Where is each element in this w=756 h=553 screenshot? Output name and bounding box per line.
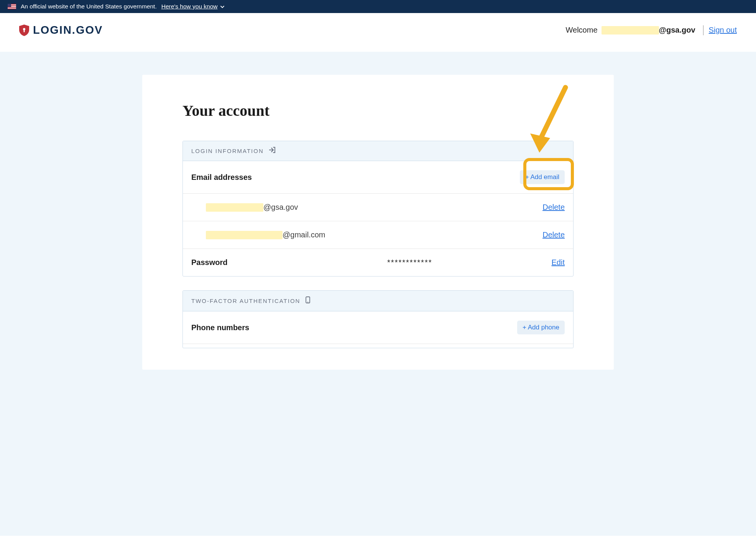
welcome-block: Welcome @gsa.gov Sign out (566, 25, 737, 35)
add-email-button[interactable]: + Add email (520, 170, 565, 184)
welcome-email-domain: @gsa.gov (659, 26, 695, 35)
redacted-username (602, 26, 659, 35)
login-info-header: LOGIN INFORMATION (183, 141, 573, 161)
site-header: LOGIN.GOV Welcome @gsa.gov Sign out (0, 13, 756, 52)
account-card: Your account LOGIN INFORMATION (142, 75, 614, 370)
phone-numbers-label: Phone numbers (191, 323, 249, 332)
email-addresses-label: Email addresses (191, 173, 252, 182)
svg-point-5 (307, 302, 308, 303)
twofa-header: TWO-FACTOR AUTHENTICATION (183, 291, 573, 311)
gov-banner-text: An official website of the United States… (21, 3, 157, 10)
email-domain-1: @gmail.com (283, 230, 325, 239)
twofa-panel: TWO-FACTOR AUTHENTICATION Phone numbers … (182, 290, 574, 348)
login-info-panel: LOGIN INFORMATION Email addresses + Add … (182, 141, 574, 276)
redacted-email-local-1 (206, 231, 283, 239)
password-label: Password (191, 258, 268, 267)
delete-email-1[interactable]: Delete (542, 230, 565, 239)
password-row: Password ************ Edit (183, 249, 573, 276)
email-domain-0: @gsa.gov (263, 203, 298, 212)
twofa-heading: TWO-FACTOR AUTHENTICATION (191, 298, 300, 304)
gov-banner: An official website of the United States… (0, 0, 756, 13)
how-you-know-label: Here's how you know (161, 3, 218, 10)
us-flag-icon (8, 4, 16, 9)
edit-password-link[interactable]: Edit (552, 258, 565, 267)
phone-icon (306, 296, 310, 305)
how-you-know-link[interactable]: Here's how you know (161, 3, 224, 10)
page-title: Your account (182, 102, 574, 120)
welcome-prefix: Welcome (566, 26, 598, 35)
svg-rect-1 (24, 30, 25, 32)
email-row-0: @gsa.gov Delete (183, 194, 573, 221)
login-icon (269, 147, 275, 155)
main-background: Your account LOGIN INFORMATION (0, 52, 756, 536)
redacted-email-local-0 (206, 203, 263, 212)
password-masked: ************ (268, 258, 552, 267)
phone-placeholder-row (183, 344, 573, 348)
logo-text: LOGIN.GOV (33, 24, 103, 36)
shield-icon (19, 25, 29, 36)
sign-out-link[interactable]: Sign out (709, 26, 737, 35)
email-row-1: @gmail.com Delete (183, 221, 573, 249)
email-addresses-row: Email addresses + Add email (183, 161, 573, 194)
chevron-down-icon (220, 5, 224, 8)
logo[interactable]: LOGIN.GOV (19, 24, 103, 36)
login-info-heading: LOGIN INFORMATION (191, 148, 264, 154)
add-phone-button[interactable]: + Add phone (517, 321, 565, 334)
phone-numbers-row: Phone numbers + Add phone (183, 311, 573, 344)
delete-email-0[interactable]: Delete (542, 203, 565, 212)
divider (703, 25, 703, 35)
